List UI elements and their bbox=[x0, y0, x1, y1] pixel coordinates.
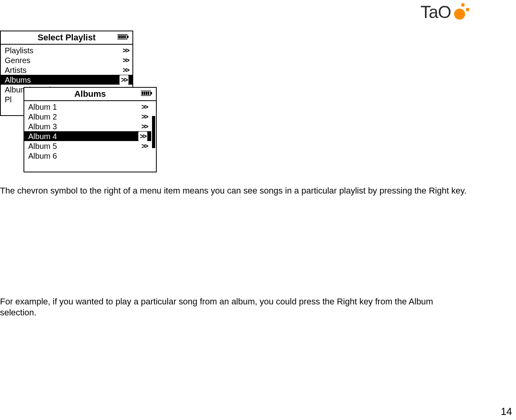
svg-rect-4 bbox=[124, 35, 126, 38]
menu-item-label: Artists bbox=[5, 65, 27, 75]
menu-item-album-6[interactable]: Album 6 bbox=[24, 151, 151, 161]
screen-albums: Albums Album 1 >> Album 2 bbox=[24, 87, 157, 172]
svg-rect-9 bbox=[146, 92, 147, 95]
scrollbar[interactable] bbox=[152, 116, 155, 169]
screen-title: Select Playlist bbox=[38, 33, 96, 43]
svg-rect-7 bbox=[142, 92, 143, 95]
menu-item-label: Album 5 bbox=[28, 141, 57, 151]
chevron-right-icon: >> bbox=[141, 102, 147, 112]
menu-item-genres[interactable]: Genres >> bbox=[1, 55, 132, 65]
menu-item-albums[interactable]: Albums >> bbox=[1, 75, 132, 85]
svg-rect-3 bbox=[122, 35, 124, 38]
screen-header: Albums bbox=[24, 88, 156, 101]
svg-rect-1 bbox=[118, 35, 120, 38]
chevron-right-icon: >> bbox=[119, 75, 129, 85]
chevron-right-icon: >> bbox=[141, 141, 147, 151]
menu-item-album-5[interactable]: Album 5 >> bbox=[24, 141, 151, 151]
chevron-right-icon: >> bbox=[123, 46, 129, 55]
menu-item-label: Album 2 bbox=[28, 112, 57, 121]
menu-item-label: Album 4 bbox=[28, 132, 57, 141]
menu-item-label: Album 1 bbox=[28, 102, 57, 112]
menu-item-artists[interactable]: Artists >> bbox=[1, 65, 132, 75]
chevron-right-icon: >> bbox=[123, 56, 129, 65]
menu-item-album-4[interactable]: Album 4 >> bbox=[24, 131, 151, 141]
svg-rect-8 bbox=[144, 92, 145, 95]
menu-item-album-3[interactable]: Album 3 >> bbox=[24, 121, 151, 131]
logo-text: TaO bbox=[420, 2, 451, 22]
menu-item-label: Album 3 bbox=[28, 122, 57, 131]
menu-item-label: Pl bbox=[5, 95, 12, 104]
logo-dots-icon bbox=[453, 2, 473, 22]
menu-item-label: Genres bbox=[5, 56, 31, 65]
menu-item-label: Albums bbox=[5, 75, 31, 85]
paragraph-example: For example, if you wanted to play a par… bbox=[0, 296, 470, 318]
svg-rect-5 bbox=[127, 36, 129, 38]
menu-item-album-2[interactable]: Album 2 >> bbox=[24, 112, 151, 121]
svg-rect-10 bbox=[148, 92, 149, 95]
menu-item-playlists[interactable]: Playlists >> bbox=[1, 45, 132, 55]
menu-list: Album 1 >> Album 2 >> Album 3 >> Album 4… bbox=[24, 101, 151, 161]
logo: TaO bbox=[420, 2, 473, 22]
menu-item-album-1[interactable]: Album 1 >> bbox=[24, 102, 151, 112]
paragraph-chevron-explanation: The chevron symbol to the right of a men… bbox=[0, 185, 516, 196]
screen-header: Select Playlist bbox=[1, 31, 132, 45]
chevron-right-icon: >> bbox=[141, 122, 147, 131]
svg-rect-2 bbox=[120, 35, 122, 38]
chevron-right-icon: >> bbox=[138, 132, 147, 141]
menu-item-label: Playlists bbox=[5, 46, 33, 55]
scrollbar-thumb[interactable] bbox=[152, 116, 155, 148]
chevron-right-icon: >> bbox=[123, 65, 129, 75]
svg-rect-11 bbox=[150, 92, 152, 94]
page-number: 14 bbox=[501, 406, 512, 418]
battery-icon bbox=[141, 90, 153, 98]
screen-title: Albums bbox=[74, 89, 106, 99]
menu-item-label: Album 6 bbox=[28, 151, 57, 161]
battery-icon bbox=[118, 34, 129, 42]
chevron-right-icon: >> bbox=[141, 112, 147, 121]
